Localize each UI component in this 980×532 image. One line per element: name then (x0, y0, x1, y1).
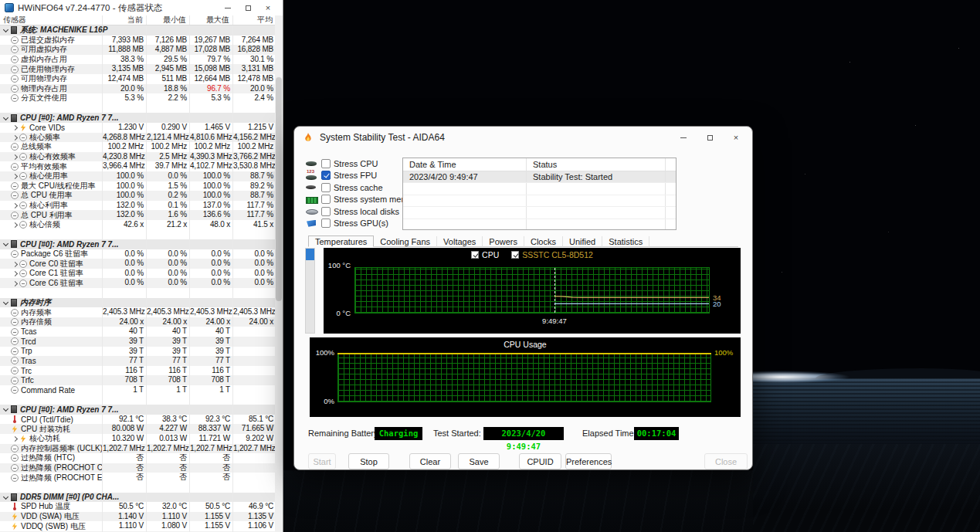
sensor-row[interactable]: Tcas40 T40 T40 T (0, 327, 276, 337)
sensor-row[interactable]: 最大 CPU/线程使用率100.0 %1.5 %100.0 %89.2 % (0, 181, 276, 191)
sensor-row[interactable]: 内存控制器频率 (UCLK)1,202.7 MHz1,202.7 MHz1,20… (0, 444, 276, 454)
sensor-group-row[interactable]: DDR5 DIMM [#0] (P0 CHA... (0, 493, 276, 503)
sensor-row[interactable]: 总 CPU 使用率100.0 %0.2 %100.0 %88.7 % (0, 191, 276, 201)
log-row[interactable]: 2023/4/20 9:49:47Stability Test: Started (403, 171, 676, 183)
temp-chart-scrollbar[interactable] (305, 248, 315, 334)
expand-chevron-icon[interactable] (11, 133, 19, 142)
sensor-row[interactable]: 可用物理内存12,474 MB511 MB12,664 MB12,478 MB (0, 74, 276, 84)
stress-option[interactable]: Stress CPU (305, 158, 402, 170)
sensor-row[interactable]: Trc116 T116 T116 T (0, 366, 276, 376)
expand-chevron-icon[interactable] (11, 171, 19, 181)
sensor-row[interactable]: Core VIDs1.230 V0.290 V1.465 V1.215 V (0, 123, 276, 133)
sensor-row[interactable]: Core C6 驻留率0.0 %0.0 %0.0 %0.0 % (0, 278, 276, 288)
sensor-row[interactable]: Package C6 驻留率0.0 %0.0 %0.0 %0.0 % (0, 249, 276, 259)
clear-button[interactable]: Clear (409, 453, 451, 469)
sensor-row[interactable]: VDD (SWA) 电压1.140 V1.110 V1.155 V1.135 V (0, 512, 276, 522)
collapse-chevron-icon[interactable] (2, 405, 11, 414)
expand-chevron-icon[interactable] (11, 201, 19, 210)
sensor-group-row[interactable]: CPU [#0]: AMD Ryzen 7 7... (0, 113, 276, 123)
sensor-row[interactable]: Trp39 T39 T39 T (0, 347, 276, 357)
sensor-row[interactable]: VDDQ (SWB) 电压1.110 V1.080 V1.155 V1.106 … (0, 521, 276, 531)
preferences-button[interactable]: Preferences (565, 453, 612, 469)
sensor-row[interactable]: CPU 封装功耗80.008 W4.227 W88.337 W71.665 W (0, 424, 276, 434)
column-header[interactable]: 最小值 (147, 15, 190, 25)
sensor-row[interactable]: Core C0 驻留率0.0 %0.0 %0.0 %0.0 % (0, 259, 276, 269)
cpuid-button[interactable]: CPUID (519, 453, 561, 469)
sensor-row[interactable]: 总线频率100.2 MHz100.2 MHz100.2 MHz100.2 MHz (0, 142, 276, 152)
column-header[interactable]: 平均 (233, 15, 276, 25)
tab-statistics[interactable]: Statistics (602, 236, 649, 247)
tab-unified[interactable]: Unified (563, 236, 602, 247)
tab-temperatures[interactable]: Temperatures (308, 236, 374, 247)
sensor-row[interactable]: 分页文件使用5.3 %2.2 %5.3 %2.4 % (0, 93, 276, 103)
column-header[interactable]: 当前 (103, 15, 147, 25)
stress-option[interactable]: Stress FPU (305, 170, 402, 182)
sensor-row[interactable]: 过热降频 (HTC)否否否 (0, 453, 276, 463)
sensor-row[interactable]: CPU (Tctl/Tdie)92.1 °C38.3 °C92.3 °C85.1… (0, 415, 276, 425)
minimize-button[interactable] (218, 1, 238, 15)
sensor-row[interactable]: 核心倍频42.6 x21.2 x48.0 x41.5 x (0, 220, 276, 230)
stress-option[interactable]: Stress local disks (305, 205, 402, 218)
expand-chevron-icon[interactable] (11, 123, 19, 132)
sensor-row[interactable]: SPD Hub 温度50.5 °C32.0 °C50.5 °C46.9 °C (0, 502, 276, 512)
sensor-row[interactable]: 总 CPU 利用率132.0 %1.6 %136.6 %117.7 % (0, 210, 276, 220)
close-button[interactable]: × (258, 1, 278, 15)
tab-cooling-fans[interactable]: Cooling Fans (374, 236, 437, 247)
aida64-titlebar[interactable]: System Stability Test - AIDA64 × (294, 127, 752, 148)
legend-checkbox[interactable] (471, 251, 479, 259)
sensor-row[interactable]: 虚拟内存占用38.3 %29.5 %79.7 %30.1 % (0, 55, 276, 65)
log-column-header[interactable]: Status (527, 158, 666, 171)
expand-chevron-icon[interactable] (11, 434, 19, 443)
stress-option[interactable]: Stress cache (305, 181, 402, 194)
collapse-chevron-icon[interactable] (2, 298, 11, 307)
temp-chart-scrollbar-thumb[interactable] (306, 249, 314, 260)
sensor-group-row[interactable]: CPU [#0]: AMD Ryzen 7 7... (0, 239, 276, 249)
sensor-row[interactable]: Tras77 T77 T77 T (0, 356, 276, 366)
stress-option[interactable]: Stress GPU(s) (305, 218, 402, 230)
stress-checkbox[interactable] (321, 195, 331, 204)
sensor-row[interactable]: Trcd39 T39 T39 T (0, 337, 276, 347)
hwinfo-scrollbar[interactable] (275, 15, 283, 532)
sensor-row[interactable]: 已使用物理内存3,135 MB2,945 MB15,098 MB3,131 MB (0, 64, 276, 74)
stop-button[interactable]: Stop (348, 453, 389, 469)
sensor-row[interactable]: 已提交虚拟内存7,393 MB7,126 MB19,267 MB7,264 MB (0, 36, 276, 46)
sensor-row[interactable]: 核心使用率100.0 %0.0 %100.0 %88.7 % (0, 171, 276, 181)
log-column-header[interactable]: Date & Time (403, 158, 527, 171)
tab-voltages[interactable]: Voltages (437, 236, 483, 247)
sensor-row[interactable]: 核心功耗10.320 W0.013 W11.721 W9.202 W (0, 434, 276, 444)
sensor-row[interactable]: 内存频率2,405.3 MHz2,405.3 MHz2,405.3 MHz2,4… (0, 307, 276, 317)
sensor-row[interactable]: 物理内存占用20.0 %18.8 %96.7 %20.0 % (0, 84, 276, 94)
sensor-table-header[interactable]: 传感器当前最小值最大值平均 (0, 15, 283, 25)
sensor-row[interactable]: 核心频率4,268.8 MHz2,121.4 MHz4,810.6 MHz4,1… (0, 133, 276, 143)
close-button[interactable]: × (723, 128, 749, 147)
save-button[interactable]: Save (458, 453, 500, 469)
sensor-group-row[interactable]: 系统: MACHENIKE L16P (0, 25, 276, 36)
maximize-button[interactable] (238, 1, 258, 15)
hwinfo-titlebar[interactable]: HWiNFO64 v7.24-4770 - 传感器状态 × (0, 0, 283, 15)
legend-checkbox[interactable] (511, 251, 519, 259)
collapse-chevron-icon[interactable] (2, 114, 11, 123)
sensor-row[interactable]: 核心有效频率4,230.8 MHz2.5 MHz4,390.3 MHz3,766… (0, 152, 276, 162)
sensor-row[interactable]: 内存倍频24.00 x24.00 x24.00 x24.00 x (0, 317, 276, 327)
legend-item[interactable]: CPU (471, 250, 499, 259)
sensor-group-row[interactable]: 内存时序 (0, 298, 276, 308)
legend-item[interactable]: SSSTC CL5-8D512 (511, 250, 593, 259)
hwinfo-scrollbar-thumb[interactable] (276, 77, 282, 301)
sensor-group-row[interactable]: CPU [#0]: AMD Ryzen 7 7... (0, 405, 276, 415)
stress-checkbox[interactable] (321, 219, 331, 228)
stress-checkbox[interactable] (321, 171, 331, 180)
expand-chevron-icon[interactable] (11, 259, 19, 269)
minimize-button[interactable] (670, 128, 697, 147)
expand-chevron-icon[interactable] (11, 152, 19, 161)
stress-option[interactable]: Stress system memory (305, 194, 402, 206)
sensor-row[interactable]: 过热降频 (PROCHOT EXT)否否否 (0, 473, 276, 483)
expand-chevron-icon[interactable] (11, 279, 19, 288)
sensor-row[interactable]: Command Rate1 T1 T1 T (0, 385, 276, 395)
tab-powers[interactable]: Powers (483, 236, 524, 247)
sensor-row[interactable]: 过热降频 (PROCHOT CPU)否否否 (0, 463, 276, 473)
expand-chevron-icon[interactable] (11, 220, 19, 229)
sensor-row[interactable]: Trfc708 T708 T708 T (0, 375, 276, 385)
test-log-table[interactable]: Date & TimeStatus2023/4/20 9:49:47Stabil… (402, 158, 677, 230)
collapse-chevron-icon[interactable] (2, 493, 11, 502)
stress-checkbox[interactable] (321, 207, 331, 216)
